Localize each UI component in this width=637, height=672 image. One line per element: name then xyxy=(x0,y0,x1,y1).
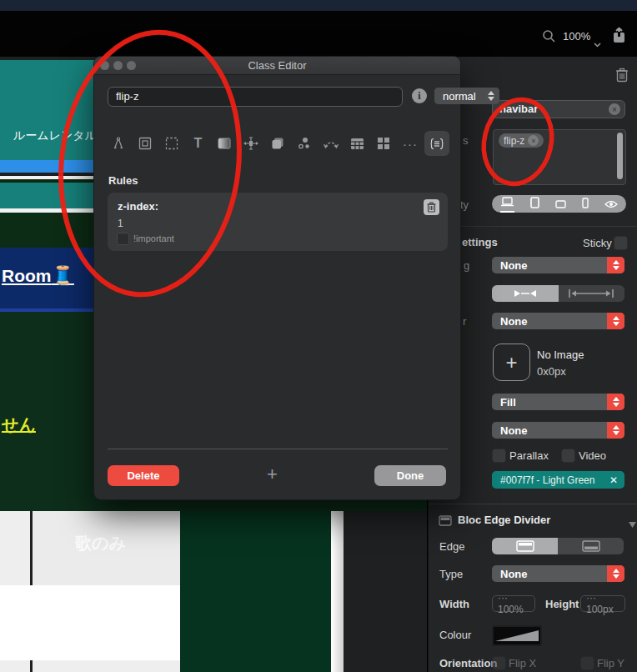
stepper-icon[interactable] xyxy=(607,313,624,329)
divider-dropdown-value: None xyxy=(492,315,607,328)
rule-value: 1 xyxy=(118,218,123,229)
compass-icon[interactable] xyxy=(106,131,131,156)
table-icon[interactable] xyxy=(344,131,369,156)
divider-label-fragment: r xyxy=(463,315,466,328)
edge-bottom-segment[interactable] xyxy=(558,538,624,554)
padding-label-fragment: g xyxy=(464,259,469,272)
zoom-level-value[interactable]: 100% xyxy=(563,30,590,43)
height-value: ··· 100px xyxy=(586,592,624,615)
divider-dropdown[interactable]: None xyxy=(492,313,624,329)
tablet-portrait-icon[interactable] xyxy=(530,197,539,212)
colour-swatch[interactable] xyxy=(492,625,542,646)
desktop-icon[interactable] xyxy=(500,195,514,213)
remove-color-icon[interactable]: ✕ xyxy=(609,474,624,486)
trash-icon[interactable] xyxy=(615,68,629,86)
window-title-bar[interactable]: Class Editor xyxy=(94,57,460,75)
bloc-id-value: navibar xyxy=(499,103,538,115)
chevron-down-icon[interactable] xyxy=(594,36,601,51)
publish-icon[interactable] xyxy=(613,28,625,47)
height-stepper[interactable]: ··· 100px xyxy=(580,595,625,612)
width-label: Width xyxy=(439,598,469,610)
classes-box[interactable]: flip-z × xyxy=(493,129,626,185)
room-link[interactable]: Room🧵 xyxy=(2,265,74,287)
info-icon[interactable]: i xyxy=(412,88,427,103)
parallax-checkbox[interactable] xyxy=(492,449,506,463)
border-icon[interactable] xyxy=(133,131,158,156)
stepper-icon[interactable] xyxy=(607,394,624,410)
text-icon[interactable]: T xyxy=(185,131,210,156)
flip-y-checkbox[interactable] xyxy=(580,656,594,670)
type-label: Type xyxy=(439,568,463,580)
delete-button[interactable]: Delete xyxy=(108,465,179,486)
code-icon[interactable] xyxy=(424,131,449,156)
flip-x-checkbox[interactable] xyxy=(492,656,506,670)
class-name-input[interactable]: flip-z xyxy=(108,87,403,107)
edge-top-segment[interactable] xyxy=(492,538,558,554)
phone-icon[interactable] xyxy=(582,197,589,212)
stepper-icon[interactable] xyxy=(607,422,624,439)
divider xyxy=(429,504,637,504)
class-token-label: flip-z xyxy=(504,135,524,147)
app-toolbar: 100% xyxy=(0,11,637,57)
room-link-label[interactable]: Room xyxy=(2,266,52,285)
app-window: 100% ルームレンタル Room🧵 せん xyxy=(0,0,637,672)
parallax-label: Parallax xyxy=(509,449,549,462)
more-icon[interactable]: ··· xyxy=(398,131,423,156)
page-scroll-edge xyxy=(331,511,344,672)
window-title: Class Editor xyxy=(94,59,460,72)
spacing-icon[interactable] xyxy=(238,131,263,156)
padding-outward-segment[interactable] xyxy=(559,285,625,302)
important-label: !important xyxy=(133,233,174,243)
visibility-label-fragment: ty xyxy=(460,198,469,211)
grid-icon[interactable] xyxy=(371,131,396,156)
transition-icon[interactable] xyxy=(318,131,344,156)
eye-icon[interactable] xyxy=(604,197,618,212)
sen-link[interactable]: せん xyxy=(2,414,36,436)
bloc-id-field[interactable]: navibar × xyxy=(492,100,625,118)
add-image-button[interactable]: + xyxy=(493,344,530,381)
stepper-icon[interactable] xyxy=(607,565,624,582)
page-bottom-gray-row xyxy=(33,660,180,672)
done-button[interactable]: Done xyxy=(374,465,446,486)
important-checkbox[interactable] xyxy=(117,233,129,245)
clear-field-icon[interactable]: × xyxy=(609,103,620,115)
sticky-checkbox[interactable] xyxy=(614,236,628,250)
layers-icon[interactable] xyxy=(265,131,290,156)
settings-label-fragment: ettings xyxy=(462,236,498,248)
joints-icon[interactable] xyxy=(292,131,317,156)
image-size-label: 0x0px xyxy=(537,365,566,378)
page-bottom-green-col xyxy=(180,511,331,672)
selection-icon[interactable] xyxy=(159,131,184,156)
state-selector-value: normal xyxy=(434,90,482,103)
add-rule-button[interactable]: + xyxy=(267,464,278,485)
rule-card: z-index: 1 !important xyxy=(108,193,448,251)
edge-divider-icon xyxy=(439,514,452,529)
remove-class-icon[interactable]: × xyxy=(528,135,539,146)
disclosure-triangle-icon[interactable] xyxy=(629,516,636,531)
background-color-chip[interactable]: #007f7f - Light Green ✕ xyxy=(492,471,624,489)
position-dropdown[interactable]: None xyxy=(492,257,624,273)
tablet-landscape-icon[interactable] xyxy=(555,197,566,212)
video-label: Video xyxy=(579,449,606,462)
padding-inward-segment[interactable] xyxy=(492,285,559,302)
gradient-icon[interactable] xyxy=(212,131,237,156)
class-token[interactable]: flip-z × xyxy=(499,133,544,148)
fill-dropdown[interactable]: Fill xyxy=(492,394,624,410)
sticky-label: Sticky xyxy=(583,237,612,249)
stepper-icon[interactable] xyxy=(607,257,624,273)
height-label: Height xyxy=(545,598,579,610)
trash-icon xyxy=(427,202,436,213)
classes-scrollbar[interactable] xyxy=(617,133,623,179)
delete-rule-button[interactable] xyxy=(424,199,439,215)
stepper-icon[interactable] xyxy=(482,88,499,104)
padding-mode-segment xyxy=(492,285,624,302)
type-dropdown[interactable]: None xyxy=(492,565,624,582)
search-icon[interactable] xyxy=(542,29,556,47)
width-stepper[interactable]: ··· 100% xyxy=(492,595,535,612)
flip-y-label: Flip Y xyxy=(597,657,624,669)
edge-divider-title: Bloc Edge Divider xyxy=(458,514,550,526)
classes-label-fragment: s xyxy=(463,134,469,147)
video-checkbox[interactable] xyxy=(561,449,575,463)
style-dropdown[interactable]: None xyxy=(492,422,624,439)
state-selector-dropdown[interactable]: normal xyxy=(434,88,499,104)
